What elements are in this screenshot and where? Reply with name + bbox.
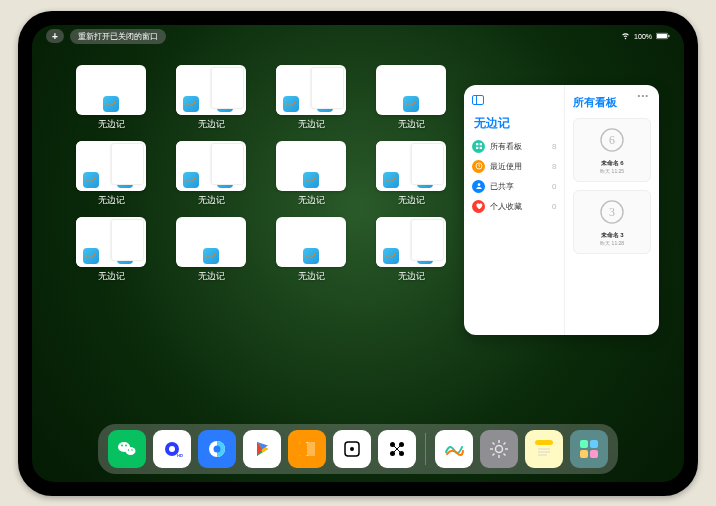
category-row[interactable]: 个人收藏 0 [472, 200, 556, 213]
window-thumb[interactable]: 无边记 [372, 141, 450, 207]
person-icon [472, 180, 485, 193]
window-thumb[interactable]: 无边记 [172, 217, 250, 283]
board-card[interactable]: 3 未命名 3 昨天 11:28 [573, 190, 651, 254]
category-label: 个人收藏 [490, 201, 522, 212]
sidebar-toggle-icon[interactable] [472, 95, 484, 105]
dock-app-linker[interactable] [378, 430, 416, 468]
window-thumb[interactable]: 无边记 [172, 141, 250, 207]
svg-point-18 [131, 449, 133, 451]
dock-divider [425, 433, 426, 465]
freeform-icon [317, 96, 333, 112]
freeform-icon [117, 172, 133, 188]
category-label: 已共享 [490, 181, 514, 192]
freeform-icon [83, 248, 99, 264]
svg-rect-6 [479, 147, 481, 149]
window-thumb[interactable]: 无边记 [72, 217, 150, 283]
freeform-icon [117, 248, 133, 264]
dock-app-settings[interactable] [480, 430, 518, 468]
thumb-label: 无边记 [98, 270, 125, 283]
svg-rect-2 [668, 34, 669, 36]
board-date: 昨天 11:25 [600, 168, 624, 174]
freeform-icon [217, 172, 233, 188]
grid-icon [472, 140, 485, 153]
category-row[interactable]: 已共享 0 [472, 180, 556, 193]
dock-app-app-library[interactable] [570, 430, 608, 468]
window-thumb[interactable]: 无边记 [72, 141, 150, 207]
thumb-preview [276, 141, 346, 191]
category-row[interactable]: 最近使用 8 [472, 160, 556, 173]
thumb-preview [276, 217, 346, 267]
svg-rect-25 [299, 442, 307, 456]
svg-text:3: 3 [609, 205, 615, 219]
thumb-preview [76, 65, 146, 115]
more-icon[interactable]: ••• [638, 91, 649, 100]
thumb-preview [276, 65, 346, 115]
window-thumb[interactable]: 无边记 [272, 65, 350, 131]
svg-point-28 [350, 447, 354, 451]
window-thumb[interactable]: 无边记 [172, 65, 250, 131]
freeform-icon [303, 172, 319, 188]
new-window-button[interactable]: + [46, 29, 64, 43]
screen: + 重新打开已关闭的窗口 100% 无边记 无边记 [32, 25, 684, 482]
board-thumbnail: 3 [595, 195, 629, 229]
thumb-label: 无边记 [198, 194, 225, 207]
dock-app-wechat[interactable] [108, 430, 146, 468]
panel-categories: 无边记 所有看板 8 最近使用 8 已共享 0 个人收藏 0 [464, 85, 565, 335]
window-thumb[interactable]: 无边记 [372, 65, 450, 131]
board-name: 未命名 6 [601, 159, 624, 168]
thumb-preview [376, 65, 446, 115]
ipad-frame: + 重新打开已关闭的窗口 100% 无边记 无边记 [18, 11, 698, 496]
svg-rect-35 [535, 440, 553, 445]
svg-rect-40 [590, 440, 598, 448]
heart-icon [472, 200, 485, 213]
window-thumb[interactable]: 无边记 [72, 65, 150, 131]
app-switcher-grid: 无边记 无边记 无边记 无边记 无边记 无边记 无边记 [72, 65, 450, 283]
svg-point-16 [125, 444, 127, 446]
category-count: 8 [552, 142, 556, 151]
thumb-preview [176, 141, 246, 191]
dock-app-qqbrowser[interactable] [198, 430, 236, 468]
thumb-label: 无边记 [198, 270, 225, 283]
window-thumb[interactable]: 无边记 [272, 217, 350, 283]
category-row[interactable]: 所有看板 8 [472, 140, 556, 153]
dock-app-freeform[interactable] [435, 430, 473, 468]
status-indicators: 100% [621, 31, 670, 41]
freeform-icon [183, 96, 199, 112]
thumb-preview [376, 217, 446, 267]
thumb-label: 无边记 [98, 118, 125, 131]
freeform-icon [383, 172, 399, 188]
freeform-icon [417, 248, 433, 264]
window-thumb[interactable]: 无边记 [372, 217, 450, 283]
freeform-icon [403, 96, 419, 112]
svg-point-23 [214, 445, 221, 452]
panel-boards: 所有看板 6 未命名 6 昨天 11:25 3 未命名 3 昨天 11:28 [565, 85, 659, 335]
thumb-label: 无边记 [298, 194, 325, 207]
svg-rect-41 [580, 450, 588, 458]
dock-app-dice[interactable] [333, 430, 371, 468]
svg-rect-1 [657, 34, 667, 38]
category-count: 8 [552, 162, 556, 171]
category-label: 所有看板 [490, 141, 522, 152]
board-date: 昨天 11:28 [600, 240, 624, 246]
freeform-icon [103, 96, 119, 112]
dock-app-books[interactable] [288, 430, 326, 468]
thumb-label: 无边记 [398, 118, 425, 131]
dock-app-play[interactable] [243, 430, 281, 468]
svg-rect-3 [476, 143, 478, 145]
freeform-icon [83, 172, 99, 188]
freeform-icon [217, 96, 233, 112]
dock-app-notes[interactable] [525, 430, 563, 468]
board-thumbnail: 6 [595, 123, 629, 157]
thumb-preview [76, 217, 146, 267]
reopen-closed-window-button[interactable]: 重新打开已关闭的窗口 [70, 29, 166, 44]
thumb-label: 无边记 [398, 270, 425, 283]
svg-point-14 [126, 447, 136, 455]
thumb-label: 无边记 [198, 118, 225, 131]
dock-app-quark[interactable]: HD [153, 430, 191, 468]
board-card[interactable]: 6 未命名 6 昨天 11:25 [573, 118, 651, 182]
svg-point-15 [121, 444, 123, 446]
freeform-icon [183, 172, 199, 188]
window-thumb[interactable]: 无边记 [272, 141, 350, 207]
sidebar-panel: ••• 无边记 所有看板 8 最近使用 8 已共享 0 个人收藏 0 所有看板 … [464, 85, 659, 335]
thumb-label: 无边记 [398, 194, 425, 207]
